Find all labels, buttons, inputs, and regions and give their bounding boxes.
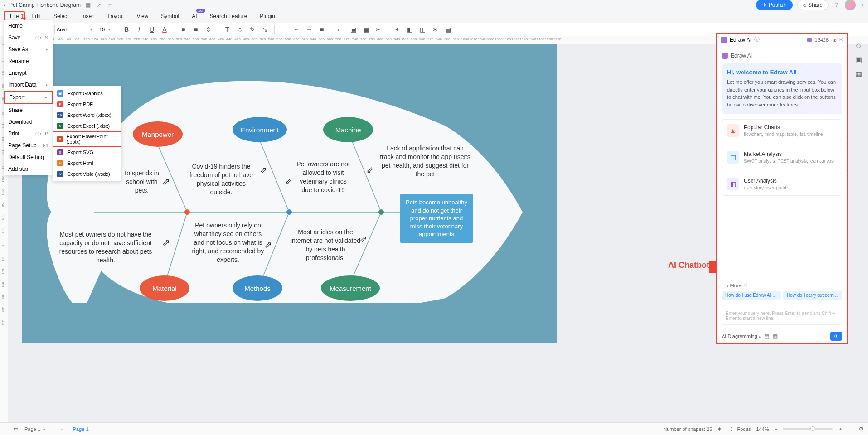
menu-ai[interactable]: AI hot bbox=[185, 11, 203, 21]
ai-query-input[interactable]: Enter your query here. Press Enter to se… bbox=[722, 307, 842, 325]
ai-suggestion-chip-1[interactable]: How do I use Edraw AI fo... bbox=[722, 291, 781, 300]
export-word[interactable]: WExport Word (.docx) bbox=[53, 110, 121, 121]
file-menu-encrypt[interactable]: Encrypt bbox=[4, 67, 53, 79]
ai-suggestion-chip-2[interactable]: How do I carry out comp... bbox=[783, 291, 842, 300]
category-methods[interactable]: Methods bbox=[233, 276, 282, 301]
cause-measurement-1[interactable]: Most articles on the internet are not va… bbox=[289, 228, 362, 262]
arrow-start-icon[interactable]: ← bbox=[291, 24, 302, 35]
export-svg[interactable]: SExport SVG bbox=[53, 147, 121, 158]
file-menu-print[interactable]: PrintCtrl+P bbox=[4, 128, 53, 140]
diamond-tool-icon[interactable]: ◇ bbox=[853, 40, 863, 50]
connector-icon[interactable]: ↘ bbox=[260, 24, 271, 35]
table-icon[interactable]: ▦ bbox=[360, 24, 371, 35]
share-button[interactable]: ⎋ Share bbox=[797, 0, 829, 10]
publish-button[interactable]: ✈ Publish bbox=[756, 0, 793, 10]
outline-view-icon[interactable]: ☰ bbox=[5, 426, 9, 432]
send-button[interactable]: ✈ bbox=[830, 332, 842, 341]
layers-icon[interactable]: ◫ bbox=[417, 24, 428, 35]
ai-card-market-analysis[interactable]: ◫ Market AnalysisSWOT analysis, PEST ana… bbox=[722, 146, 842, 169]
layers-icon[interactable]: ◈ bbox=[718, 426, 721, 432]
cause-manpower-1[interactable]: to spends in school with pets. bbox=[121, 169, 162, 195]
tools-icon[interactable]: ✕ bbox=[430, 24, 441, 35]
align-left-icon[interactable]: ≡ bbox=[178, 24, 189, 35]
cause-manpower-2[interactable]: Most pet owners do not have the capacity… bbox=[56, 230, 155, 265]
focus-mode-icon[interactable]: ⛶ bbox=[727, 426, 732, 432]
file-menu-home[interactable]: Home bbox=[4, 20, 53, 32]
user-avatar[interactable] bbox=[845, 0, 856, 10]
cause-environment-2[interactable]: Pet owners only rely on what they see on… bbox=[192, 221, 264, 264]
cause-machine-2[interactable]: Lack of application that can track and m… bbox=[380, 144, 470, 179]
italic-icon[interactable]: I bbox=[134, 24, 145, 35]
zoom-out-button[interactable]: − bbox=[775, 426, 777, 432]
pen-icon[interactable]: ✎ bbox=[247, 24, 258, 35]
cause-environment-1[interactable]: Covid-19 hinders the freedom of pet to h… bbox=[185, 162, 257, 197]
help-icon[interactable]: ⓘ bbox=[754, 36, 760, 44]
font-family-select[interactable]: Arial▼ bbox=[54, 25, 95, 34]
menu-plugin[interactable]: Plugin bbox=[253, 11, 281, 21]
crop-icon[interactable]: ✂ bbox=[373, 24, 384, 35]
ai-card-popular-charts[interactable]: ▲ Popular Chartsflowchart, mind map, tab… bbox=[722, 119, 842, 142]
ai-mode-select[interactable]: AI Diagramming▴ bbox=[722, 334, 761, 339]
page-selector[interactable]: Page-1 ▼ bbox=[23, 426, 55, 432]
grid-tool-icon[interactable]: ▦ bbox=[853, 69, 863, 79]
category-manpower[interactable]: Manpower bbox=[133, 121, 183, 147]
line-spacing-icon[interactable]: ⇕ bbox=[203, 24, 214, 35]
line-style-icon[interactable]: — bbox=[278, 24, 289, 35]
settings-icon[interactable]: ⚙ bbox=[859, 426, 863, 432]
category-measurement[interactable]: Measurement bbox=[321, 276, 380, 301]
file-menu-page-setup[interactable]: Page SetupF6 bbox=[4, 140, 53, 151]
arrow-end-icon[interactable]: → bbox=[304, 24, 315, 35]
menu-view[interactable]: View bbox=[130, 11, 155, 21]
fill-icon[interactable]: ◇ bbox=[234, 24, 245, 35]
export-graphics[interactable]: ▣Export Graphics bbox=[53, 88, 121, 99]
effects-icon[interactable]: ✦ bbox=[392, 24, 402, 35]
text-tool-icon[interactable]: T bbox=[222, 24, 233, 35]
dashboard-icon[interactable]: ▦ bbox=[84, 1, 92, 9]
effect-box[interactable]: Pets become unhealthy and do not get the… bbox=[400, 194, 473, 243]
image-icon[interactable]: ▣ bbox=[348, 24, 359, 35]
align-center-icon[interactable]: ≡ bbox=[190, 24, 201, 35]
ai-card-user-analysis[interactable]: ◧ User Analysisuser story, user profile bbox=[722, 173, 842, 196]
add-page-button[interactable]: ＋ bbox=[59, 425, 64, 432]
cause-machine-1[interactable]: Pet owners are not allowed to visit vete… bbox=[296, 160, 350, 194]
back-button[interactable]: ‹ bbox=[4, 2, 5, 8]
close-icon[interactable]: ✕ bbox=[839, 37, 843, 43]
zoom-in-button[interactable]: ＋ bbox=[838, 425, 843, 432]
bold-icon[interactable]: B bbox=[121, 24, 132, 35]
file-menu-default-setting[interactable]: Default Setting bbox=[4, 151, 53, 163]
file-menu-share[interactable]: Share bbox=[4, 104, 53, 116]
star-icon[interactable]: ☆ bbox=[106, 1, 113, 9]
help-icon[interactable]: ? bbox=[833, 1, 840, 9]
menu-search-feature[interactable]: Search Feature bbox=[204, 11, 254, 21]
cart-icon[interactable]: 🛍 bbox=[831, 37, 836, 43]
line-weight-icon[interactable]: ≡ bbox=[316, 24, 327, 35]
avatar-dropdown-icon[interactable]: ▼ bbox=[861, 3, 864, 7]
export-excel[interactable]: XExport Excel (.xlsx) bbox=[53, 121, 121, 131]
category-machine[interactable]: Machine bbox=[323, 117, 373, 142]
file-menu-rename[interactable]: Rename bbox=[4, 55, 53, 67]
page-view-icon[interactable]: ▭ bbox=[14, 426, 18, 432]
export-visio[interactable]: VExport Visio (.vsdx) bbox=[53, 169, 121, 179]
export-html[interactable]: HExport Html bbox=[53, 158, 121, 169]
menu-insert[interactable]: Insert bbox=[75, 11, 101, 21]
refresh-icon[interactable]: ⟳ bbox=[744, 282, 748, 288]
export-pdf[interactable]: PExport PDF bbox=[53, 99, 121, 110]
font-size-select[interactable]: 10▼ bbox=[97, 25, 113, 34]
file-menu-export[interactable]: Export▸ bbox=[4, 91, 53, 104]
zoom-slider[interactable] bbox=[783, 428, 833, 430]
menu-symbol[interactable]: Symbol bbox=[155, 11, 185, 21]
open-external-icon[interactable]: ↗ bbox=[95, 1, 102, 9]
page-tab-1[interactable]: Page-1 bbox=[69, 426, 92, 432]
panel-tool-icon[interactable]: ▣ bbox=[853, 54, 863, 64]
file-menu-import[interactable]: Import Data▸ bbox=[4, 79, 53, 91]
template-icon[interactable]: ▤ bbox=[764, 333, 769, 339]
export-powerpoint[interactable]: PExport PowerPoint (.pptx) bbox=[53, 131, 121, 147]
styles-icon[interactable]: ◧ bbox=[404, 24, 415, 35]
category-environment[interactable]: Environment bbox=[233, 117, 287, 142]
font-color-icon[interactable]: A bbox=[159, 24, 170, 35]
file-menu-save-as[interactable]: Save As▸ bbox=[4, 44, 53, 55]
menu-layout[interactable]: Layout bbox=[101, 11, 130, 21]
fit-screen-icon[interactable]: ⛶ bbox=[849, 426, 853, 432]
shape-icon[interactable]: ▭ bbox=[335, 24, 346, 35]
attachment-icon[interactable]: ▦ bbox=[773, 333, 778, 339]
